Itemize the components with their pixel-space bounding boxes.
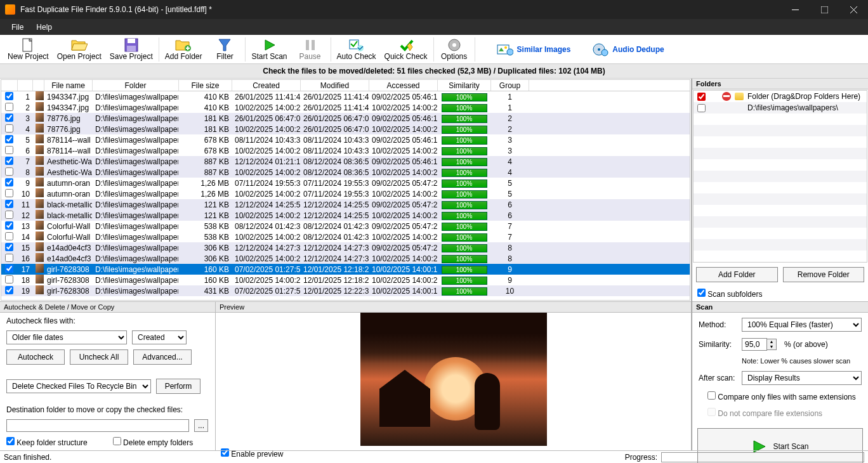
scan-subfolders-checkbox[interactable]: Scan subfolders — [697, 289, 762, 299]
autocheck-header: Autocheck & Delete / Move or Copy — [0, 302, 215, 313]
col-accessed[interactable]: Accessed — [369, 80, 438, 91]
delete-empty-checkbox[interactable]: Delete empty folders — [113, 437, 193, 447]
row-checkbox[interactable] — [5, 92, 13, 100]
save-project-button[interactable]: Save Project — [106, 36, 157, 63]
table-row[interactable]: 478776.jpgD:\files\images\wallpaper...18… — [1, 124, 690, 134]
table-row[interactable]: 18girl-7628308D:\files\images\wallpaper.… — [1, 275, 690, 285]
row-checkbox[interactable] — [5, 264, 13, 273]
table-row[interactable]: 8Aesthetic-WaD:\files\images\wallpaper..… — [1, 167, 690, 178]
row-checkbox[interactable] — [5, 135, 13, 143]
start-scan-button[interactable]: Start Scan — [247, 36, 291, 63]
after-scan-label: After scan: — [699, 374, 738, 382]
row-checkbox[interactable] — [5, 103, 13, 111]
remove-folder-button[interactable]: Remove Folder — [783, 267, 865, 282]
col-created[interactable]: Created — [232, 80, 301, 91]
auto-check-button[interactable]: Auto Check — [333, 36, 380, 63]
row-checkbox[interactable] — [5, 157, 13, 165]
no-entry-icon — [722, 92, 731, 101]
row-checkbox[interactable] — [5, 114, 13, 122]
menu-help[interactable]: Help — [30, 20, 58, 34]
uncheck-all-button[interactable]: Uncheck All — [70, 349, 128, 365]
table-row[interactable]: 21943347.jpgD:\files\images\wallpaper...… — [1, 102, 690, 113]
row-checkbox[interactable] — [5, 211, 13, 219]
row-checkbox[interactable] — [5, 275, 13, 284]
row-checkbox[interactable] — [5, 221, 13, 230]
col-size[interactable]: File size — [179, 80, 232, 91]
no-compare-ext-checkbox[interactable]: Do not compare file extensions — [707, 409, 822, 418]
svg-point-22 — [602, 49, 608, 56]
col-filename[interactable]: File name — [44, 80, 93, 91]
autocheck-button[interactable]: Autocheck — [6, 349, 65, 365]
folder-placeholder-row[interactable]: Folder (Drag&Drop Folders Here) — [694, 91, 867, 102]
row-checkbox[interactable] — [5, 178, 13, 186]
thumbnail-icon — [36, 285, 44, 294]
col-folder[interactable]: Folder — [93, 80, 179, 91]
quick-check-button[interactable]: Quick Check — [381, 36, 431, 63]
table-row[interactable]: 7Aesthetic-WaD:\files\images\wallpapers\… — [1, 156, 690, 167]
row-checkbox[interactable] — [5, 124, 13, 133]
folder-check[interactable] — [697, 104, 706, 112]
col-group[interactable]: Group — [491, 80, 529, 91]
table-row[interactable]: 378776.jpgD:\files\images\wallpapers\181… — [1, 113, 690, 124]
table-row[interactable]: 19girl-7628308D:\files\images\wallpapers… — [1, 285, 690, 296]
add-folder-button[interactable]: Add Folder — [161, 36, 206, 63]
keep-folder-checkbox[interactable]: Keep folder structure — [6, 437, 88, 447]
table-row[interactable]: 15e14ad0e4cf3D:\files\images\wallpapers\… — [1, 242, 690, 253]
table-row[interactable]: 5878114--wallD:\files\images\wallpapers\… — [1, 134, 690, 145]
browse-button[interactable]: ... — [194, 419, 208, 432]
close-button[interactable] — [839, 0, 868, 19]
row-checkbox[interactable] — [5, 146, 13, 154]
titlebar: Fast Duplicate File Finder 5.9.0.1 (64-b… — [0, 0, 868, 19]
maximize-button[interactable] — [810, 0, 839, 19]
menu-file[interactable]: File — [5, 20, 30, 34]
svg-point-16 — [452, 43, 456, 47]
after-scan-select[interactable]: Display Results — [742, 371, 862, 385]
options-button[interactable]: Options — [436, 36, 473, 63]
pause-button[interactable]: Pause — [292, 36, 329, 63]
audio-dedupe-link[interactable]: Audio Dedupe — [586, 39, 670, 60]
method-select[interactable]: 100% Equal Files (faster) — [742, 318, 862, 332]
col-modified[interactable]: Modified — [301, 80, 369, 91]
table-row[interactable]: 17girl-7628308D:\files\images\wallpapers… — [1, 264, 690, 275]
table-row[interactable]: 12black-metallicD:\files\images\wallpape… — [1, 210, 690, 221]
table-row[interactable]: 11black-metallicD:\files\images\wallpape… — [1, 199, 690, 210]
folder-include-check[interactable] — [697, 93, 706, 101]
col-similarity[interactable]: Similarity — [438, 80, 491, 91]
table-row[interactable]: 11943347.jpgD:\files\images\wallpapers\4… — [1, 91, 690, 102]
created-select[interactable]: Created — [132, 330, 187, 344]
table-row[interactable]: 16e14ad0e4cf3D:\files\images\wallpaper..… — [1, 253, 690, 264]
svg-rect-0 — [792, 10, 799, 10]
advanced-button[interactable]: Advanced... — [133, 349, 192, 365]
similarity-stepper[interactable]: ▲▼ — [767, 339, 777, 350]
row-checkbox[interactable] — [5, 286, 13, 294]
row-checkbox[interactable] — [5, 243, 13, 251]
table-row[interactable]: 9autumn-oranD:\files\images\wallpapers\1… — [1, 178, 690, 188]
destination-input[interactable] — [6, 419, 189, 432]
thumbnail-icon — [36, 134, 44, 143]
folder-row[interactable]: D:\files\images\wallpapers\ — [694, 102, 867, 114]
perform-button[interactable]: Perform — [156, 379, 201, 394]
similar-images-link[interactable]: Similar Images — [490, 39, 577, 60]
filter-button[interactable]: Filter — [206, 36, 243, 63]
table-row[interactable]: 14Colorful-WallD:\files\images\wallpaper… — [1, 232, 690, 242]
row-checkbox[interactable] — [5, 189, 13, 197]
similarity-input[interactable] — [742, 338, 767, 351]
delete-action-select[interactable]: Delete Checked Files To Recycle Bin — [6, 379, 151, 393]
new-project-button[interactable]: New Project — [4, 36, 53, 63]
table-row[interactable]: 6878114--wallD:\files\images\wallpaper..… — [1, 145, 690, 156]
row-checkbox[interactable] — [5, 167, 13, 176]
row-checkbox[interactable] — [5, 200, 13, 208]
file-grid[interactable]: File name Folder File size Created Modif… — [1, 79, 690, 301]
row-checkbox[interactable] — [5, 254, 13, 262]
minimize-button[interactable] — [780, 0, 810, 19]
older-files-select[interactable]: Older file dates — [6, 330, 127, 344]
preview-image-area — [216, 313, 691, 446]
folders-list[interactable]: Folder (Drag&Drop Folders Here) D:\files… — [693, 90, 867, 263]
open-project-button[interactable]: Open Project — [53, 36, 105, 63]
add-folder-button-2[interactable]: Add Folder — [696, 267, 778, 282]
same-ext-checkbox[interactable]: Compare only files with same extensions — [707, 393, 856, 401]
table-row[interactable]: 10autumn-oranD:\files\images\wallpaper..… — [1, 188, 690, 199]
svg-point-19 — [507, 49, 513, 55]
table-row[interactable]: 13Colorful-WallD:\files\images\wallpaper… — [1, 221, 690, 232]
row-checkbox[interactable] — [5, 232, 13, 240]
